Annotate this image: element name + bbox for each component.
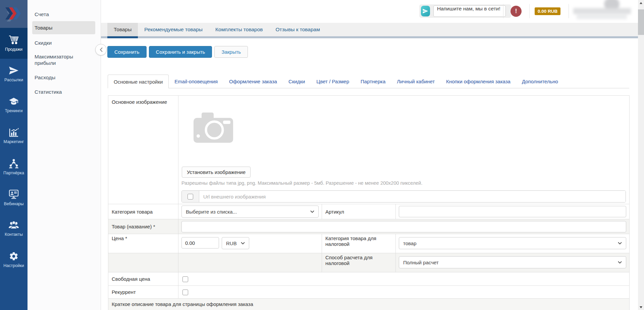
- main-tabbar: Товары Рекомендуемые товары Комплекты то…: [101, 23, 638, 38]
- price-input[interactable]: [181, 237, 219, 249]
- tax-method-select[interactable]: Полный расчет: [399, 256, 626, 268]
- webinar-screen-icon: [8, 189, 19, 200]
- category-select-value: Выберите из списка...: [186, 209, 237, 215]
- submenu-item-invoices[interactable]: Счета: [32, 8, 95, 21]
- alert-icon[interactable]: !: [511, 6, 522, 17]
- app-logo[interactable]: [0, 0, 28, 28]
- primary-sidebar: Продажи Рассылки Тренинги Маркетинг: [0, 0, 28, 310]
- sidebar-item-mailings[interactable]: Рассылки: [0, 59, 28, 90]
- product-form: Основное изображение Установить изображе…: [108, 95, 630, 310]
- free-price-checkbox[interactable]: [182, 276, 188, 282]
- tab-products[interactable]: Товары: [107, 23, 138, 36]
- sidebar-item-trainings[interactable]: Тренинги: [0, 90, 28, 121]
- people-icon: [8, 221, 19, 230]
- sidebar-item-label: Настройки: [3, 263, 24, 268]
- tab-recommended-products[interactable]: Рекомендуемые товары: [138, 23, 209, 36]
- submenu-item-discounts[interactable]: Скидки: [32, 36, 95, 49]
- main-content: Напишите нам, мы в сети! ! 0.00 RUB Това…: [101, 0, 638, 310]
- settings-subtabs: Основные настройки Email-оповещения Офор…: [108, 75, 629, 88]
- tab-product-bundles[interactable]: Комплекты товаров: [209, 23, 269, 36]
- toolbar: Сохранить Сохранить и закрыть Закрыть: [107, 46, 248, 58]
- header-divider: [503, 4, 503, 18]
- sidebar-item-label: Рассылки: [4, 78, 23, 82]
- tax-method-select-value: Полный расчет: [403, 260, 439, 265]
- tax-category-select[interactable]: товар: [399, 237, 626, 249]
- chevron-down-icon: [618, 261, 622, 264]
- external-url-input[interactable]: [199, 191, 626, 202]
- affiliate-network-icon: [8, 159, 19, 169]
- sidebar-item-settings[interactable]: Настройки: [0, 244, 28, 275]
- short-description-label: Краткое описание товара для страницы офо…: [112, 301, 626, 307]
- header-divider: [569, 4, 569, 18]
- cart-icon: [8, 35, 19, 45]
- sidebar-item-affiliate[interactable]: Партнёрка: [0, 151, 28, 182]
- sidebar-item-contacts[interactable]: Контакты: [0, 213, 28, 244]
- recurrent-checkbox[interactable]: [182, 290, 188, 295]
- subtab-color-size[interactable]: Цвет / Размер: [311, 75, 355, 88]
- tab-product-reviews[interactable]: Отзывы к товарам: [269, 23, 326, 36]
- chevrons-logo-icon: [3, 7, 24, 21]
- tax-method-label: Способ расчета для налоговой: [322, 253, 396, 272]
- save-button[interactable]: Сохранить: [107, 46, 147, 58]
- scroll-up-button[interactable]: [638, 0, 644, 6]
- category-select[interactable]: Выберите из списка...: [181, 206, 319, 218]
- set-image-button[interactable]: Установить изображение: [182, 167, 251, 178]
- subtab-affiliate[interactable]: Партнерка: [355, 75, 391, 88]
- header-divider: [529, 4, 530, 18]
- sidebar-item-webinars[interactable]: Вебинары: [0, 182, 28, 213]
- submenu-item-expenses[interactable]: Расходы: [32, 71, 95, 84]
- currency-select[interactable]: RUB: [222, 237, 249, 249]
- sku-label: Артикул: [322, 204, 396, 219]
- subtab-additional[interactable]: Дополнительно: [516, 75, 564, 88]
- chevron-left-icon: [100, 47, 103, 52]
- sidebar-item-label: Вебинары: [4, 202, 23, 206]
- submenu-item-maximizers[interactable]: Максимизаторы прибыли: [32, 50, 95, 70]
- save-and-close-button[interactable]: Сохранить и закрыть: [149, 46, 212, 58]
- sku-input[interactable]: [399, 206, 626, 217]
- scroll-down-button[interactable]: [638, 304, 644, 310]
- submenu-item-statistics[interactable]: Статистика: [32, 85, 95, 98]
- scrollbar-thumb[interactable]: [638, 9, 644, 35]
- tabbar-underline: [101, 36, 638, 38]
- chat-button-label: Напишите нам, мы в сети!: [433, 5, 506, 17]
- paper-plane-icon: [9, 66, 19, 76]
- sales-submenu: Счета Товары Скидки Максимизаторы прибыл…: [28, 0, 101, 310]
- collapse-panel-button[interactable]: [95, 44, 107, 55]
- subtab-checkout-buttons[interactable]: Кнопки оформления заказа: [440, 75, 516, 88]
- sidebar-item-marketing[interactable]: Маркетинг: [0, 121, 28, 151]
- vertical-scrollbar: [638, 0, 644, 310]
- tax-category-select-value: товар: [403, 240, 417, 246]
- chevron-down-icon: [241, 242, 245, 245]
- subtab-checkout[interactable]: Оформление заказа: [223, 75, 283, 88]
- user-name-redacted: [573, 8, 631, 14]
- product-name-input[interactable]: [181, 221, 626, 232]
- external-image-url-group: [181, 190, 626, 203]
- subtab-general-settings[interactable]: Основные настройки: [108, 75, 169, 88]
- tax-category-label: Категория товара для налоговой: [322, 234, 396, 253]
- category-label: Категория товара: [108, 204, 178, 219]
- submenu-item-products[interactable]: Товары: [32, 21, 95, 34]
- sidebar-item-label: Партнёрка: [3, 171, 24, 175]
- arrow-down-icon: [640, 306, 642, 308]
- external-url-checkbox[interactable]: [182, 191, 199, 202]
- user-account-area[interactable]: [573, 1, 632, 19]
- close-button[interactable]: Закрыть: [214, 46, 248, 58]
- gear-icon: [9, 251, 19, 261]
- balance-badge[interactable]: 0.00 RUB: [535, 7, 560, 15]
- subtab-personal-account[interactable]: Личный кабинет: [391, 75, 440, 88]
- chevron-down-icon: [618, 242, 622, 245]
- checkbox-icon: [187, 194, 193, 200]
- sidebar-item-label: Продажи: [5, 47, 22, 52]
- graduation-cap-icon: [8, 97, 19, 106]
- image-requirements-hint: Разрешены файлы типа jpg, png. Максималь…: [181, 180, 626, 186]
- arrow-up-icon: [640, 2, 642, 4]
- currency-select-value: RUB: [226, 240, 237, 246]
- recurrent-label: Рекуррент: [108, 286, 178, 299]
- main-image-cell: Установить изображение Разрешены файлы т…: [178, 96, 630, 204]
- sidebar-item-label: Контакты: [5, 232, 23, 237]
- chat-button[interactable]: Напишите нам, мы в сети!: [419, 4, 511, 18]
- product-name-label: Товар (название) *: [108, 219, 178, 234]
- subtab-discounts[interactable]: Скидки: [283, 75, 311, 88]
- subtab-email-notifications[interactable]: Email-оповещения: [169, 75, 223, 88]
- sidebar-item-sales[interactable]: Продажи: [0, 28, 28, 59]
